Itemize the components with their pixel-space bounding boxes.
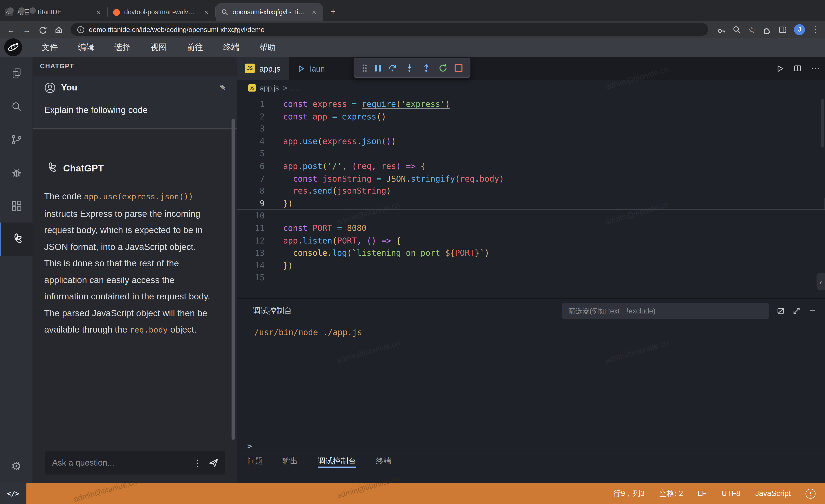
clear-console-icon[interactable] bbox=[777, 307, 785, 315]
debug-step-over-icon[interactable] bbox=[388, 63, 397, 73]
code-line[interactable]: 1const express = require('express') bbox=[237, 98, 825, 111]
side-panel-icon[interactable] bbox=[778, 25, 787, 34]
menu-item-edit[interactable]: 编辑 bbox=[68, 38, 104, 57]
chat-options-kebab-icon[interactable]: ⋮ bbox=[193, 457, 202, 468]
encoding[interactable]: UTF8 bbox=[722, 489, 741, 498]
debug-toolbar-drag-handle[interactable] bbox=[361, 63, 368, 72]
indentation[interactable]: 空格: 2 bbox=[659, 488, 683, 498]
extensions-puzzle-icon[interactable] bbox=[762, 25, 771, 34]
menu-item-file[interactable]: 文件 bbox=[31, 38, 68, 57]
code-line[interactable]: 8 res.send(jsonString) bbox=[237, 185, 825, 198]
site-info-icon[interactable] bbox=[77, 25, 85, 33]
debug-step-into-icon[interactable] bbox=[405, 63, 414, 73]
line-number[interactable]: 13 bbox=[237, 247, 265, 260]
address-bar[interactable]: demo.titanide.cn/ide/web/coding/opensumi… bbox=[70, 23, 708, 36]
tab-close-icon[interactable]: × bbox=[203, 8, 210, 16]
zoom-icon[interactable] bbox=[732, 25, 741, 34]
line-number[interactable]: 15 bbox=[237, 272, 265, 284]
code-area[interactable]: 1const express = require('express')2cons… bbox=[237, 96, 825, 298]
menu-item-go[interactable]: 前往 bbox=[177, 38, 213, 57]
code-line[interactable]: 5 bbox=[237, 148, 825, 160]
minimize-panel-icon[interactable] bbox=[808, 307, 817, 315]
breadcrumb-more[interactable]: … bbox=[291, 84, 299, 92]
profile-avatar[interactable]: J bbox=[794, 24, 805, 35]
tab-close-icon[interactable]: × bbox=[95, 8, 102, 16]
code-line[interactable]: 6app.post('/', (req, res) => { bbox=[237, 160, 825, 173]
chat-input-box[interactable]: ⋮ bbox=[45, 451, 225, 475]
send-message-icon[interactable] bbox=[208, 458, 219, 468]
debug-stop-icon[interactable] bbox=[455, 64, 462, 72]
debug-pause-icon[interactable] bbox=[375, 65, 381, 71]
line-number[interactable]: 9 bbox=[237, 198, 265, 210]
search-icon[interactable] bbox=[0, 90, 33, 123]
bookmark-star-icon[interactable]: ☆ bbox=[748, 24, 755, 34]
code-view-icon[interactable]: </> bbox=[0, 483, 26, 504]
expand-panel-icon[interactable] bbox=[792, 307, 801, 315]
console-filter-input[interactable] bbox=[567, 306, 764, 315]
line-number[interactable]: 12 bbox=[237, 235, 265, 247]
line-number[interactable]: 6 bbox=[237, 160, 265, 173]
explorer-files-icon[interactable] bbox=[0, 57, 33, 90]
code-line[interactable]: 3 bbox=[237, 123, 825, 136]
panel-tab-terminal[interactable]: 终端 bbox=[376, 453, 391, 468]
run-icon[interactable] bbox=[775, 64, 784, 73]
notifications-icon[interactable]: ! bbox=[806, 488, 815, 498]
line-number[interactable]: 4 bbox=[237, 136, 265, 148]
forward-icon[interactable]: → bbox=[21, 25, 32, 34]
edit-message-icon[interactable]: ✎ bbox=[220, 83, 226, 92]
split-editor-icon[interactable] bbox=[794, 64, 802, 73]
line-number[interactable]: 11 bbox=[237, 223, 265, 235]
browser-menu-kebab-icon[interactable]: ⋮ bbox=[812, 25, 820, 34]
line-number[interactable]: 2 bbox=[237, 111, 265, 123]
line-number[interactable]: 14 bbox=[237, 260, 265, 272]
panel-tab-problems[interactable]: 问题 bbox=[247, 453, 262, 468]
code-line[interactable]: 9}) bbox=[237, 198, 825, 210]
breadcrumb-file[interactable]: app.js bbox=[260, 84, 279, 92]
debug-bug-icon[interactable] bbox=[0, 156, 33, 189]
editor-scrollbar[interactable] bbox=[821, 99, 824, 147]
line-number[interactable]: 7 bbox=[237, 173, 265, 185]
home-icon[interactable] bbox=[53, 25, 64, 34]
language-mode[interactable]: JavaScript bbox=[755, 489, 791, 498]
code-line[interactable]: 2const app = express() bbox=[237, 111, 825, 123]
menu-item-terminal[interactable]: 终端 bbox=[213, 38, 249, 57]
sidebar-scrollbar[interactable] bbox=[232, 119, 235, 440]
debug-step-out-icon[interactable] bbox=[421, 63, 431, 73]
line-number[interactable]: 10 bbox=[237, 210, 265, 223]
password-key-icon[interactable] bbox=[717, 25, 725, 34]
zoom-window-button[interactable] bbox=[29, 7, 36, 14]
source-control-icon[interactable] bbox=[0, 123, 33, 156]
cursor-position[interactable]: 行9，列3 bbox=[613, 488, 645, 498]
code-line[interactable]: 15 bbox=[237, 272, 825, 284]
editor-tab-appjs[interactable]: JS app.js bbox=[237, 57, 289, 80]
code-line[interactable]: 13 console.log(`listening on port ${PORT… bbox=[237, 247, 825, 260]
more-actions-icon[interactable]: ⋯ bbox=[811, 63, 820, 74]
code-line[interactable]: 4app.use(express.json()) bbox=[237, 136, 825, 148]
chatgpt-panel-icon[interactable] bbox=[0, 223, 33, 256]
browser-tab-3-active[interactable]: opensumi-xhxqfgvl - TitanIDE × bbox=[216, 3, 323, 21]
panel-tab-output[interactable]: 输出 bbox=[283, 453, 298, 468]
menu-item-help[interactable]: 帮助 bbox=[249, 38, 286, 57]
editor-tab-launch-json[interactable]: laun bbox=[289, 57, 333, 80]
reload-icon[interactable] bbox=[37, 25, 48, 34]
line-number[interactable]: 1 bbox=[237, 98, 265, 111]
collapse-right-panel-icon[interactable]: ‹ bbox=[817, 273, 825, 290]
menu-item-view[interactable]: 视图 bbox=[140, 38, 177, 57]
line-number[interactable]: 3 bbox=[237, 123, 265, 136]
menu-item-selection[interactable]: 选择 bbox=[104, 38, 141, 57]
browser-tab-2[interactable]: devtool-postman-walvamdz - × bbox=[108, 3, 215, 21]
tab-close-icon[interactable]: × bbox=[310, 8, 318, 16]
code-line[interactable]: 10 bbox=[237, 210, 825, 223]
extensions-icon[interactable] bbox=[0, 189, 33, 223]
line-number[interactable]: 5 bbox=[237, 148, 265, 160]
panel-tab-debug-console[interactable]: 调试控制台 bbox=[318, 453, 356, 468]
eol-sequence[interactable]: LF bbox=[698, 489, 707, 498]
code-line[interactable]: 7 const jsonString = JSON.stringify(req.… bbox=[237, 173, 825, 185]
settings-gear-icon[interactable]: ⚙ bbox=[0, 450, 33, 483]
new-tab-button[interactable]: + bbox=[326, 5, 340, 18]
code-line[interactable]: 14}) bbox=[237, 260, 825, 272]
line-number[interactable]: 8 bbox=[237, 185, 265, 198]
debug-restart-icon[interactable] bbox=[438, 63, 447, 73]
minimize-window-button[interactable] bbox=[18, 7, 25, 14]
ask-question-input[interactable] bbox=[51, 458, 187, 468]
